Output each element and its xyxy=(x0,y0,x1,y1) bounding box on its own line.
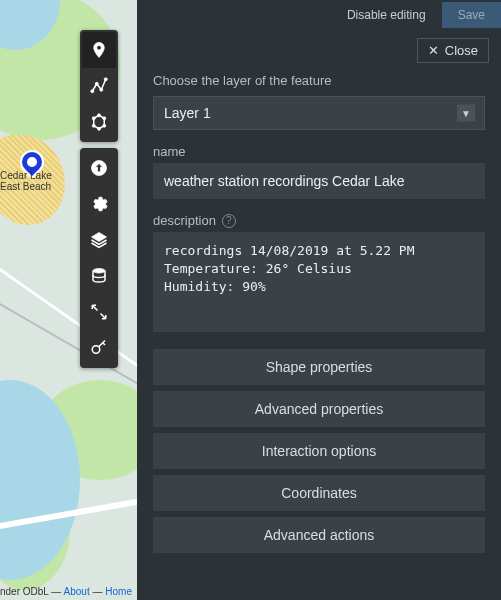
svg-point-3 xyxy=(104,78,107,81)
polygon-icon xyxy=(90,113,108,131)
disable-editing-button[interactable]: Disable editing xyxy=(331,2,442,28)
advanced-properties-section[interactable]: Advanced properties xyxy=(153,391,485,427)
save-button[interactable]: Save xyxy=(442,2,501,28)
layers-icon xyxy=(90,231,108,249)
svg-point-8 xyxy=(98,127,101,130)
svg-point-4 xyxy=(92,117,95,120)
map-canvas[interactable]: Cedar Lake East Beach nder ODbL — About … xyxy=(0,0,137,600)
attrib-sep: — xyxy=(92,586,105,597)
draw-polyline-button[interactable] xyxy=(82,68,116,104)
layer-select-wrap: Layer 1 ▼ xyxy=(153,96,485,130)
svg-point-9 xyxy=(92,124,95,127)
svg-point-2 xyxy=(100,88,103,91)
map-feature-label: Cedar Lake East Beach xyxy=(0,170,52,192)
permissions-button[interactable] xyxy=(82,330,116,366)
upload-icon xyxy=(90,159,108,177)
panel-body: Choose the layer of the feature Layer 1 … xyxy=(137,67,501,571)
description-label-text: description xyxy=(153,213,216,228)
svg-point-6 xyxy=(103,117,106,120)
attrib-text: nder ODbL — xyxy=(0,586,64,597)
draw-marker-button[interactable] xyxy=(82,32,116,68)
gear-icon xyxy=(90,195,108,213)
database-icon xyxy=(90,267,108,285)
layer-select[interactable]: Layer 1 xyxy=(153,96,485,130)
arrows-in-icon xyxy=(90,303,108,321)
name-label: name xyxy=(153,144,485,159)
map-feature-label-line: Cedar Lake xyxy=(0,170,52,181)
choose-layer-hint: Choose the layer of the feature xyxy=(153,73,485,88)
key-icon xyxy=(90,339,108,357)
interaction-options-section[interactable]: Interaction options xyxy=(153,433,485,469)
attrib-home-link[interactable]: Home xyxy=(105,586,132,597)
svg-point-11 xyxy=(93,269,105,274)
svg-point-5 xyxy=(98,114,101,117)
marker-icon xyxy=(90,41,108,59)
map-attribution: nder ODbL — About — Home xyxy=(0,586,132,597)
feature-panel: Disable editing Save ✕ Close Choose the … xyxy=(137,0,501,600)
map-toolbar xyxy=(80,30,118,368)
tilelayers-button[interactable] xyxy=(82,258,116,294)
layers-button[interactable] xyxy=(82,222,116,258)
map-tools-group xyxy=(80,148,118,368)
draw-polygon-button[interactable] xyxy=(82,104,116,140)
polyline-icon xyxy=(90,77,108,95)
coordinates-section[interactable]: Coordinates xyxy=(153,475,485,511)
svg-point-7 xyxy=(103,124,106,127)
help-icon[interactable]: ? xyxy=(222,214,236,228)
svg-point-0 xyxy=(91,90,94,93)
close-label: Close xyxy=(445,43,478,58)
advanced-actions-section[interactable]: Advanced actions xyxy=(153,517,485,553)
close-row: ✕ Close xyxy=(137,30,501,67)
description-label: description ? xyxy=(153,213,485,228)
map-feature-label-line: East Beach xyxy=(0,181,51,192)
attrib-about-link[interactable]: About xyxy=(64,586,90,597)
close-button[interactable]: ✕ Close xyxy=(417,38,489,63)
svg-point-1 xyxy=(95,82,98,85)
import-button[interactable] xyxy=(82,150,116,186)
settings-button[interactable] xyxy=(82,186,116,222)
center-zoom-button[interactable] xyxy=(82,294,116,330)
description-input[interactable] xyxy=(153,232,485,332)
svg-point-12 xyxy=(92,346,100,354)
top-bar: Disable editing Save xyxy=(137,0,501,30)
close-icon: ✕ xyxy=(428,43,439,58)
shape-properties-section[interactable]: Shape properties xyxy=(153,349,485,385)
draw-tools-group xyxy=(80,30,118,142)
name-input[interactable] xyxy=(153,163,485,199)
